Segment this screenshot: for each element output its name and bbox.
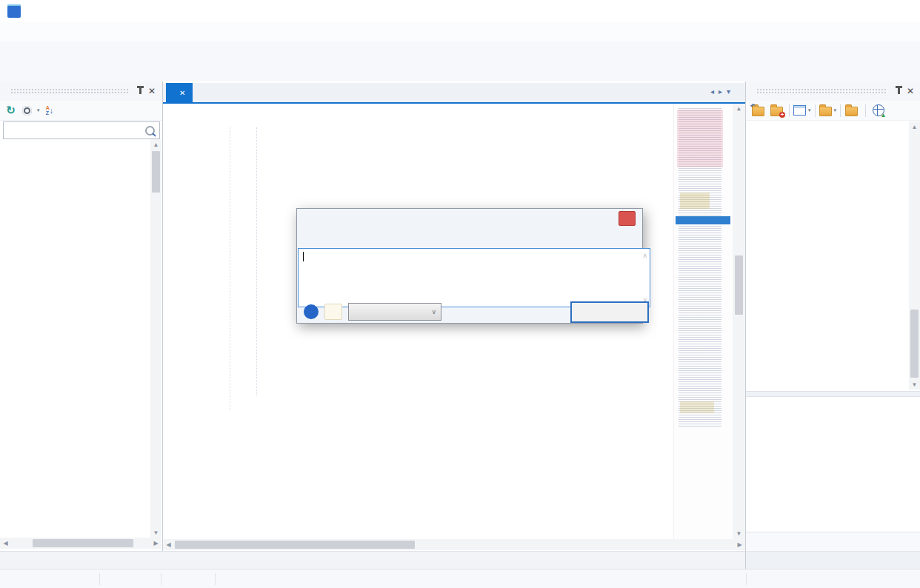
file-explorer-panel: ✕ ↶ + ▾ ▾ ▲ ▲ ▼ bbox=[745, 81, 920, 569]
caret-position bbox=[0, 573, 100, 585]
code-explorer-header: ✕ bbox=[0, 81, 162, 101]
code-explorer-search[interactable] bbox=[3, 121, 160, 139]
panel-close-icon[interactable]: ✕ bbox=[146, 86, 158, 96]
text-caret bbox=[303, 252, 304, 261]
submit-button[interactable] bbox=[570, 301, 649, 323]
panel-splitter[interactable] bbox=[746, 391, 920, 397]
file-explorer-tree bbox=[746, 121, 909, 390]
sort-button[interactable]: AZ ↓ bbox=[41, 101, 59, 119]
explorer-tab-group bbox=[746, 532, 920, 551]
editor-hscrollbar[interactable]: ◀ ▶ bbox=[163, 539, 745, 550]
pin-icon[interactable] bbox=[134, 86, 146, 96]
publish-button[interactable]: ▲ bbox=[870, 101, 887, 119]
code-explorer-tree bbox=[0, 139, 150, 538]
model-select[interactable]: ∨ bbox=[348, 303, 441, 321]
minimize-button[interactable] bbox=[818, 0, 852, 22]
folder-menu-button[interactable]: ▾ bbox=[819, 101, 837, 119]
code-explorer-hscrollbar[interactable]: ◀ ▶ bbox=[0, 538, 161, 549]
globe-up-icon: ▲ bbox=[873, 104, 884, 116]
encoding bbox=[161, 573, 216, 585]
panel-close-icon[interactable]: ✕ bbox=[904, 86, 916, 96]
prompt-textarea[interactable]: ∧ ∨ bbox=[298, 248, 650, 307]
help-button[interactable] bbox=[304, 304, 319, 319]
dialog-footer: ∨ bbox=[297, 301, 656, 323]
dialog-close-button[interactable] bbox=[619, 211, 636, 226]
tab-close-icon[interactable]: ✕ bbox=[179, 89, 185, 97]
help-hint bbox=[216, 573, 746, 585]
projects-button[interactable] bbox=[844, 101, 861, 119]
file-explorer-header: ✕ bbox=[746, 81, 920, 101]
minimap[interactable] bbox=[673, 104, 733, 539]
toolbar-main bbox=[0, 41, 920, 61]
title-bar bbox=[0, 0, 920, 23]
panel-tab-group bbox=[746, 551, 920, 569]
options-button[interactable]: ▾ bbox=[22, 101, 40, 119]
app-logo-icon bbox=[7, 4, 21, 18]
folder-plus-icon: + bbox=[770, 107, 783, 116]
panel-drag-handle[interactable] bbox=[10, 88, 128, 94]
file-explorer-toolbar: ↶ + ▾ ▾ ▲ bbox=[746, 101, 920, 121]
folder-globe-icon bbox=[845, 107, 858, 116]
document-tab-bar: ✕ ◂▸▾ bbox=[163, 83, 745, 104]
panel-drag-handle[interactable] bbox=[756, 88, 887, 94]
view-mode-button[interactable]: ▾ bbox=[793, 101, 811, 119]
code-explorer-toolbar: ↻ ▾ AZ ↓ bbox=[0, 101, 162, 121]
bottom-tab-bar bbox=[0, 551, 745, 569]
file-list bbox=[746, 397, 920, 532]
project-name bbox=[746, 573, 920, 585]
menu-bar bbox=[0, 22, 920, 42]
tab-main-php[interactable]: ✕ bbox=[166, 83, 193, 102]
search-icon bbox=[145, 126, 155, 136]
dialog-tab-bar bbox=[297, 228, 642, 248]
refresh-icon: ↻ bbox=[6, 104, 16, 117]
status-bar bbox=[0, 569, 920, 588]
editor-vscrollbar[interactable]: ▲ ▼ bbox=[733, 104, 745, 539]
dialog-title-bar[interactable] bbox=[297, 209, 642, 228]
list-view-icon bbox=[793, 105, 806, 116]
code-explorer-panel: ✕ ↻ ▾ AZ ↓ ▲ ▼ ◀ ▶ bbox=[0, 81, 163, 551]
favorites-button[interactable] bbox=[324, 304, 342, 320]
new-folder-button[interactable]: + bbox=[768, 101, 785, 119]
maximize-button[interactable] bbox=[852, 0, 886, 22]
file-size bbox=[100, 573, 161, 585]
code-explorer-vscrollbar[interactable]: ▲ ▼ bbox=[150, 139, 161, 538]
folder-icon bbox=[819, 107, 832, 116]
textarea-scroll-up-icon[interactable]: ∧ bbox=[642, 252, 647, 259]
refresh-button[interactable]: ↻ bbox=[4, 101, 21, 119]
ai-prompt-dialog: ∧ ∨ ∨ bbox=[296, 208, 643, 324]
tab-scroll-buttons[interactable]: ◂▸▾ bbox=[710, 87, 735, 96]
folder-up-icon: ↶ bbox=[752, 107, 764, 116]
parent-folder-button[interactable]: ↶ bbox=[750, 101, 767, 119]
toolbar-format bbox=[0, 61, 920, 82]
close-button[interactable] bbox=[886, 0, 920, 22]
gear-icon bbox=[22, 106, 32, 116]
pin-icon[interactable] bbox=[893, 86, 904, 96]
file-explorer-vscrollbar[interactable]: ▲ ▼ bbox=[909, 121, 920, 390]
